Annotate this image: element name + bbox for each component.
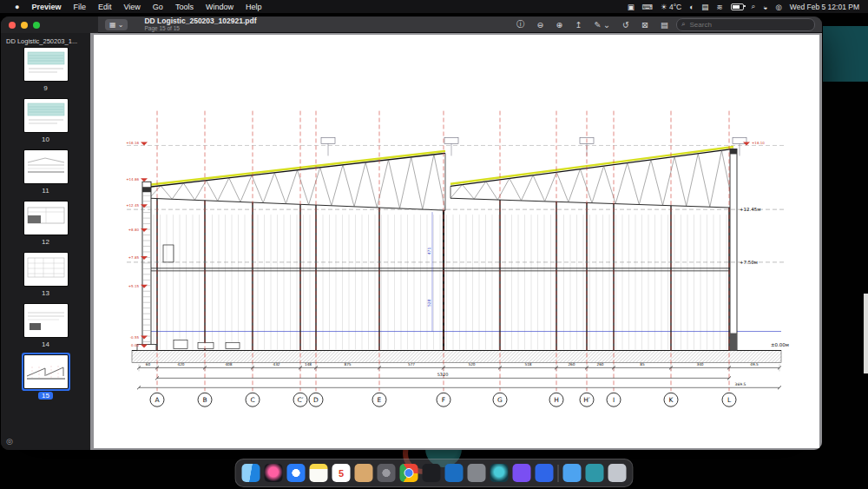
dock-separator xyxy=(558,465,559,482)
thumbnail-page-9[interactable]: 9 xyxy=(24,48,68,93)
elevation-right-label: +12.45м xyxy=(740,207,760,212)
dock-icon-podcasts[interactable] xyxy=(513,464,531,482)
menu-bar-clock[interactable]: Wed Feb 5 12:01 PM xyxy=(790,3,859,11)
thumbnail-page-15[interactable]: 15 xyxy=(24,355,68,400)
apple-menu-icon[interactable]: ● xyxy=(9,3,25,11)
spotlight-icon[interactable]: ⌕ xyxy=(752,2,756,11)
toolbar-buttons: ⓘ⊖⊕↥✎ ⌄↺⊠▤ xyxy=(513,18,672,30)
dock-icon-docker[interactable] xyxy=(490,464,509,482)
dock-icon-finder[interactable] xyxy=(242,464,260,482)
control-center-icon[interactable]: ◒ xyxy=(763,3,767,11)
elevation-right-red-label: +16.10 xyxy=(752,141,765,145)
vertical-dim: 471 xyxy=(427,248,431,255)
dock-icon-remote-desktop[interactable] xyxy=(586,464,604,482)
right-wall xyxy=(730,149,737,350)
thumbnail-image xyxy=(24,304,68,337)
toolbar: ▦ ⌄ DD Logistic_250203_102921.pdf Page 1… xyxy=(98,17,822,33)
dock-icon-trash[interactable] xyxy=(608,464,627,482)
menu-item-window[interactable]: Window xyxy=(200,3,240,11)
thumbnail-page-number-text: 9 xyxy=(43,84,47,92)
dim-value: 60 xyxy=(146,362,151,367)
grid-label-B: B xyxy=(202,396,207,404)
thumbnail-page-12[interactable]: 12 xyxy=(24,202,68,247)
search-input[interactable] xyxy=(687,20,810,30)
siri-icon[interactable]: ◎ xyxy=(775,3,781,11)
dock-icon-books[interactable] xyxy=(355,464,373,482)
zoom-window-button[interactable] xyxy=(33,22,40,29)
dock-icon-chrome[interactable] xyxy=(400,464,418,482)
dock-icon-downloads-folder[interactable] xyxy=(563,464,582,482)
dim-value: 260 xyxy=(596,362,603,367)
thumbnail-page-11[interactable]: 11 xyxy=(24,150,68,195)
menu-item-file[interactable]: File xyxy=(67,3,92,11)
background-window-sliver xyxy=(864,294,868,373)
dock-icon-notes[interactable] xyxy=(310,464,328,482)
form-button[interactable]: ▤ xyxy=(657,18,672,30)
left-wall xyxy=(137,182,156,350)
pdf-page[interactable]: ABCC′DEFGHH′IKL6042040843214887557752051… xyxy=(94,35,819,448)
background-window-edge[interactable] xyxy=(823,26,868,82)
share-button[interactable]: ↥ xyxy=(572,18,586,30)
menu-item-help[interactable]: Help xyxy=(240,3,268,11)
dock-icon-settings[interactable] xyxy=(378,464,396,482)
dock-icon-app-blue[interactable] xyxy=(536,464,554,482)
grid-label-G: G xyxy=(497,396,503,404)
dim-value: 408 xyxy=(225,362,232,367)
info-button[interactable]: ⓘ xyxy=(513,18,529,30)
crop-button[interactable]: ⊠ xyxy=(638,18,652,30)
do-not-disturb-icon[interactable]: ◐ xyxy=(689,3,694,11)
dock-icon-terminal[interactable] xyxy=(423,464,441,482)
grid-label-C′: C′ xyxy=(298,396,304,404)
grid-label-F: F xyxy=(442,396,445,404)
weather-item[interactable]: ☀ 4°C xyxy=(661,3,681,11)
sidebar-view-button[interactable]: ▦ ⌄ xyxy=(105,19,128,30)
menu-item-view[interactable]: View xyxy=(118,3,147,11)
thumbnail-page-13[interactable]: 13 xyxy=(24,253,68,298)
close-button[interactable] xyxy=(9,22,16,29)
page-indicator: Page 15 of 15 xyxy=(144,26,256,32)
dock-icon-safari[interactable] xyxy=(287,464,306,482)
dim-value: 340 xyxy=(696,362,703,367)
menu-item-go[interactable]: Go xyxy=(147,3,169,11)
dim-total: 5320 xyxy=(437,372,449,377)
dim-value: 148 xyxy=(305,362,312,367)
thumbnail-sketch xyxy=(24,48,68,81)
dim-value: 875 xyxy=(344,362,351,367)
menu-item-preview[interactable]: Preview xyxy=(25,3,67,11)
markup-pen-button[interactable]: ✎ ⌄ xyxy=(591,18,615,30)
zoom-out-button[interactable]: ⊖ xyxy=(534,18,548,30)
elevation-right-label: +7.50м xyxy=(740,260,758,265)
grid-label-E: E xyxy=(378,396,382,404)
wifi-icon[interactable]: ≋ xyxy=(716,3,722,11)
dock: 5 xyxy=(235,459,634,487)
zoom-in-button[interactable]: ⊕ xyxy=(553,18,567,30)
title-bar: ▦ ⌄ DD Logistic_250203_102921.pdf Page 1… xyxy=(1,17,822,33)
search-field[interactable]: ⌕ xyxy=(676,18,815,31)
menu-item-edit[interactable]: Edit xyxy=(92,3,118,11)
stage-manager-icon[interactable]: ▤ xyxy=(701,3,708,11)
rotate-button[interactable]: ↺ xyxy=(619,18,633,30)
search-icon: ⌕ xyxy=(681,20,685,29)
thumbnail-page-number: 10 xyxy=(42,135,49,144)
grid-label-H′: H′ xyxy=(583,396,590,404)
battery-icon[interactable] xyxy=(731,3,744,10)
minimize-button[interactable] xyxy=(21,22,28,29)
menu-item-tools[interactable]: Tools xyxy=(169,3,200,11)
grid-label-D: D xyxy=(313,396,319,404)
dock-icon-vscode[interactable] xyxy=(445,464,464,482)
sidebar-corner-icon[interactable]: ◎ xyxy=(6,437,13,446)
elevation-left-label: +5.15 xyxy=(128,284,140,288)
elevation-left-label: 0.00 xyxy=(131,343,139,347)
thumbnail-page-14[interactable]: 14 xyxy=(24,304,68,349)
dock-icon-app-gray[interactable] xyxy=(468,464,486,482)
grid-label-H: H xyxy=(554,396,559,404)
dock-icon-siri[interactable] xyxy=(265,464,283,482)
thumbnail-image xyxy=(24,99,68,132)
dock-icon-calendar[interactable]: 5 xyxy=(332,464,351,482)
display-icon[interactable]: ▣ xyxy=(628,3,635,11)
dim-overall: 369.5 xyxy=(735,382,746,387)
keyboard-icon[interactable]: ⌨ xyxy=(642,3,653,11)
thumbnail-sketch xyxy=(24,202,68,235)
thumbnail-page-10[interactable]: 10 xyxy=(24,99,68,144)
dim-value: 577 xyxy=(408,362,415,367)
